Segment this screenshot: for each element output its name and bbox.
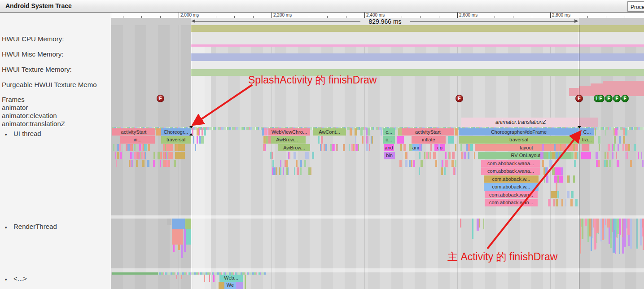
trace-slice[interactable] [413, 160, 415, 167]
trace-span[interactable]: com.aboback.wan... [485, 191, 538, 199]
counter-step[interactable] [603, 81, 644, 96]
trace-slice[interactable] [355, 144, 358, 152]
trace-slice[interactable] [614, 219, 617, 230]
trace-slice[interactable] [366, 128, 367, 136]
sidebar-item-frames[interactable]: Frames [2, 96, 25, 103]
trace-slice[interactable] [607, 152, 609, 159]
frame-marker-red[interactable]: F [157, 95, 164, 102]
trace-slice[interactable] [153, 160, 154, 167]
trace-slice[interactable] [607, 219, 609, 228]
trace-slice[interactable] [574, 152, 577, 159]
trace-slice[interactable] [276, 167, 277, 175]
trace-slice[interactable] [615, 128, 618, 136]
trace-slice[interactable] [167, 152, 168, 159]
sidebar-item-animator-elevation[interactable]: animator:elevation [2, 112, 57, 119]
trace-slice[interactable] [174, 160, 176, 167]
trace-slice[interactable] [134, 144, 136, 152]
trace-slice[interactable] [426, 152, 427, 159]
trace-slice[interactable] [616, 152, 617, 159]
trace-slice[interactable] [625, 128, 627, 136]
trace-slice[interactable] [419, 167, 420, 175]
trace-slice[interactable] [117, 152, 119, 159]
trace-slice[interactable] [130, 144, 132, 152]
trace-slice[interactable] [598, 160, 600, 167]
trace-slice[interactable] [176, 144, 178, 152]
sidebar-item-[interactable]: ▾<...> [2, 275, 27, 282]
trace-slice[interactable] [574, 160, 577, 167]
trace-slice[interactable] [197, 136, 198, 144]
trace-slice[interactable] [343, 144, 345, 152]
trace-slice[interactable] [554, 144, 556, 152]
trace-slice[interactable] [619, 136, 621, 144]
trace-span[interactable]: Web... [219, 275, 243, 282]
trace-slice[interactable] [630, 219, 632, 249]
trace-slice[interactable] [411, 160, 412, 167]
trace-slice[interactable] [304, 160, 306, 167]
expander-triangle-icon[interactable]: ▾ [2, 277, 13, 282]
trace-slice[interactable] [573, 175, 575, 183]
trace-slice[interactable] [366, 144, 368, 152]
trace-span-unlabeled[interactable] [175, 152, 185, 159]
trace-slice[interactable] [452, 152, 455, 159]
trace-slice[interactable] [403, 144, 406, 152]
trace-slice[interactable] [201, 136, 203, 144]
trace-slice[interactable] [571, 191, 574, 199]
trace-slice[interactable] [204, 128, 206, 136]
trace-slice[interactable] [548, 152, 550, 159]
trace-span-unlabeled[interactable] [167, 219, 171, 225]
trace-span-unlabeled[interactable] [448, 136, 454, 144]
trace-slice[interactable] [445, 152, 447, 159]
trace-slice[interactable] [308, 167, 311, 175]
trace-slice[interactable] [598, 136, 600, 144]
trace-slice[interactable] [419, 152, 421, 159]
trace-slice[interactable] [120, 152, 122, 159]
trace-slice[interactable] [421, 160, 422, 167]
counter-row-light[interactable] [191, 61, 644, 69]
trace-slice[interactable] [580, 219, 581, 254]
trace-slice[interactable] [606, 160, 608, 167]
trace-slice[interactable] [595, 128, 596, 136]
trace-slice[interactable] [115, 152, 117, 159]
trace-slice[interactable] [565, 199, 566, 206]
trace-slice[interactable] [307, 152, 309, 159]
trace-slice[interactable] [455, 160, 456, 167]
trace-slice[interactable] [542, 144, 544, 152]
trace-span[interactable]: C... [580, 128, 594, 136]
measure-line-handle[interactable] [189, 126, 193, 128]
trace-slice[interactable] [197, 128, 199, 136]
trace-slice[interactable] [336, 144, 337, 152]
trace-slice[interactable] [283, 167, 284, 175]
trace-span-unlabeled[interactable] [181, 245, 183, 258]
trace-slice[interactable] [545, 167, 547, 175]
trace-span[interactable]: AwBrow... [268, 136, 306, 144]
frame-marker-green[interactable]: F [621, 95, 629, 102]
trace-slice[interactable] [571, 152, 573, 159]
trace-slice[interactable] [132, 152, 134, 159]
trace-span[interactable]: WebViewChro... [268, 128, 310, 136]
expander-triangle-icon[interactable]: ▾ [2, 132, 13, 137]
trace-slice[interactable] [353, 144, 355, 152]
trace-slice[interactable] [557, 191, 559, 199]
trace-slice[interactable] [567, 175, 570, 183]
measure-line-handle[interactable] [578, 126, 581, 128]
trace-slice[interactable] [468, 144, 469, 152]
sidebar-item-hwui-misc-memory[interactable]: HWUI Misc Memory: [2, 50, 64, 58]
measure-line[interactable] [191, 13, 191, 289]
trace-span-unlabeled[interactable] [173, 245, 175, 252]
trace-slice[interactable] [160, 160, 161, 167]
trace-slice[interactable] [286, 167, 288, 175]
trace-slice[interactable] [350, 128, 352, 136]
trace-slice[interactable] [596, 160, 598, 167]
trace-slice[interactable] [147, 160, 149, 167]
trace-slice[interactable] [575, 199, 578, 206]
trace-slice[interactable] [199, 136, 202, 144]
trace-slice[interactable] [614, 128, 615, 136]
trace-slice[interactable] [272, 152, 273, 159]
trace-slice[interactable] [400, 144, 402, 152]
trace-slice[interactable] [160, 152, 162, 159]
trace-span-unlabeled[interactable] [209, 275, 210, 282]
trace-slice[interactable] [113, 144, 114, 152]
animator-translationz-band[interactable] [579, 118, 598, 127]
trace-timeline[interactable]: animator:translationZactivityStartChoreo… [111, 25, 644, 289]
trace-slice[interactable] [605, 128, 606, 136]
